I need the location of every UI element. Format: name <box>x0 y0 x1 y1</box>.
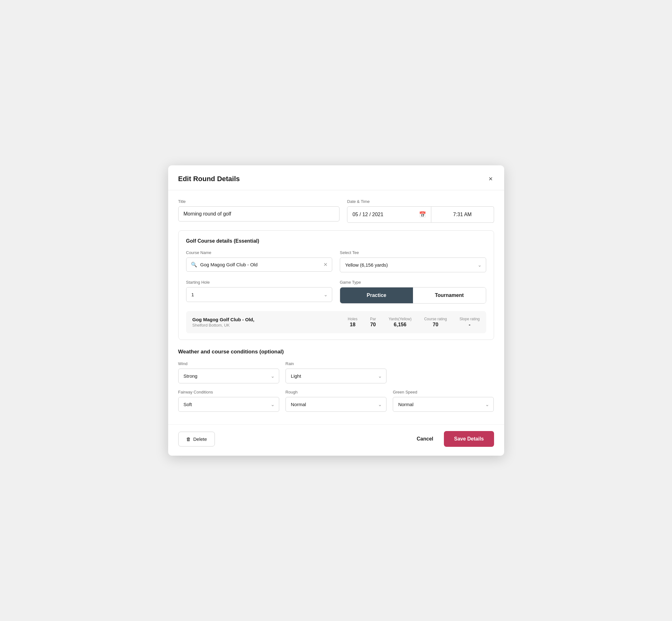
date-value: 05 / 12 / 2021 <box>352 212 383 217</box>
select-tee-label: Select Tee <box>340 250 486 255</box>
calendar-icon: 📅 <box>419 211 426 218</box>
green-speed-wrapper[interactable]: Slow Normal Fast ⌄ <box>393 397 494 412</box>
datetime-label: Date & Time <box>347 199 494 204</box>
rain-wrapper[interactable]: None Light Moderate Heavy ⌄ <box>286 369 386 383</box>
rough-label: Rough <box>286 390 386 395</box>
search-icon: 🔍 <box>191 261 197 267</box>
course-search-field[interactable]: 🔍 ✕ <box>186 257 333 272</box>
delete-label: Delete <box>194 437 207 442</box>
wind-dropdown[interactable]: None Light Moderate Strong Very Strong <box>178 369 279 383</box>
rough-wrapper[interactable]: Soft Normal Hard ⌄ <box>286 397 386 412</box>
starting-hole-label: Starting Hole <box>186 280 333 285</box>
course-name-label: Course Name <box>186 250 333 255</box>
green-speed-label: Green Speed <box>393 390 494 395</box>
fairway-group: Fairway Conditions Soft Normal Hard ⌄ <box>178 390 279 412</box>
select-tee-group: Select Tee Yellow (6,156 yards) ⌄ <box>340 250 486 272</box>
close-button[interactable]: × <box>488 174 494 184</box>
yards-label: Yards(Yellow) <box>389 317 412 321</box>
rain-dropdown[interactable]: None Light Moderate Heavy <box>286 369 386 383</box>
course-rating-stat: Course rating 70 <box>424 317 447 328</box>
datetime-group: Date & Time 05 / 12 / 2021 📅 7:31 AM <box>347 199 494 223</box>
select-tee-dropdown[interactable]: Yellow (6,156 yards) <box>340 257 486 272</box>
title-label: Title <box>178 199 340 204</box>
title-datetime-row: Title Date & Time 05 / 12 / 2021 📅 7:31 … <box>178 199 494 223</box>
starting-hole-dropdown[interactable]: 123 <box>186 287 333 302</box>
par-value: 70 <box>370 322 376 328</box>
game-type-group: Game Type Practice Tournament <box>340 280 486 303</box>
golf-course-section: Golf Course details (Essential) Course N… <box>178 230 494 340</box>
slope-rating-value: - <box>469 322 470 328</box>
save-button[interactable]: Save Details <box>444 431 494 447</box>
hole-gametype-row: Starting Hole 123 ⌄ Game Type Practice T… <box>186 280 486 303</box>
slope-rating-label: Slope rating <box>459 317 479 321</box>
holes-label: Holes <box>348 317 358 321</box>
modal-title: Edit Round Details <box>178 175 240 183</box>
modal-body: Title Date & Time 05 / 12 / 2021 📅 7:31 … <box>168 190 504 424</box>
course-location: Shelford Bottom, UK <box>193 323 335 328</box>
tournament-button[interactable]: Tournament <box>413 287 486 303</box>
game-type-label: Game Type <box>340 280 486 285</box>
modal-header: Edit Round Details × <box>168 165 504 190</box>
clear-icon[interactable]: ✕ <box>323 261 328 267</box>
delete-button[interactable]: 🗑 Delete <box>178 432 215 447</box>
time-field[interactable]: 7:31 AM <box>431 206 494 223</box>
cancel-button[interactable]: Cancel <box>414 432 436 446</box>
yards-stat: Yards(Yellow) 6,156 <box>389 317 412 328</box>
practice-button[interactable]: Practice <box>340 287 413 303</box>
rough-group: Rough Soft Normal Hard ⌄ <box>286 390 386 412</box>
select-tee-wrapper[interactable]: Yellow (6,156 yards) ⌄ <box>340 257 486 272</box>
rain-group: Rain None Light Moderate Heavy ⌄ <box>286 361 386 383</box>
fairway-label: Fairway Conditions <box>178 390 279 395</box>
course-name-group: Course Name 🔍 ✕ <box>186 250 333 272</box>
yards-value: 6,156 <box>394 322 406 328</box>
starting-hole-wrapper[interactable]: 123 ⌄ <box>186 287 333 302</box>
course-full-name: Gog Magog Golf Club - Old, <box>193 317 335 322</box>
fairway-rough-green-row: Fairway Conditions Soft Normal Hard ⌄ Ro… <box>178 390 494 412</box>
holes-stat: Holes 18 <box>348 317 358 328</box>
fairway-wrapper[interactable]: Soft Normal Hard ⌄ <box>178 397 279 412</box>
green-speed-dropdown[interactable]: Slow Normal Fast <box>393 397 494 412</box>
green-speed-group: Green Speed Slow Normal Fast ⌄ <box>393 390 494 412</box>
game-type-toggle: Practice Tournament <box>340 287 486 303</box>
wind-label: Wind <box>178 361 279 366</box>
course-rating-value: 70 <box>433 322 438 328</box>
slope-rating-stat: Slope rating - <box>459 317 479 328</box>
footer-right: Cancel Save Details <box>414 431 494 447</box>
course-info-row: Gog Magog Golf Club - Old, Shelford Bott… <box>186 311 486 333</box>
modal-footer: 🗑 Delete Cancel Save Details <box>168 424 504 456</box>
par-stat: Par 70 <box>370 317 376 328</box>
starting-hole-group: Starting Hole 123 ⌄ <box>186 280 333 303</box>
wind-rain-row: Wind None Light Moderate Strong Very Str… <box>178 361 494 383</box>
weather-title: Weather and course conditions (optional) <box>178 349 494 355</box>
wind-group: Wind None Light Moderate Strong Very Str… <box>178 361 279 383</box>
trash-icon: 🗑 <box>186 437 191 442</box>
title-group: Title <box>178 199 340 223</box>
weather-section: Weather and course conditions (optional)… <box>178 349 494 412</box>
course-info-name: Gog Magog Golf Club - Old, Shelford Bott… <box>193 317 335 328</box>
edit-round-modal: Edit Round Details × Title Date & Time 0… <box>168 165 504 456</box>
title-input[interactable] <box>178 206 340 221</box>
wind-wrapper[interactable]: None Light Moderate Strong Very Strong ⌄ <box>178 369 279 383</box>
par-label: Par <box>370 317 376 321</box>
course-rating-label: Course rating <box>424 317 447 321</box>
rough-dropdown[interactable]: Soft Normal Hard <box>286 397 386 412</box>
time-value: 7:31 AM <box>453 212 472 217</box>
holes-value: 18 <box>350 322 355 328</box>
fairway-dropdown[interactable]: Soft Normal Hard <box>178 397 279 412</box>
rain-label: Rain <box>286 361 386 366</box>
course-tee-row: Course Name 🔍 ✕ Select Tee Yellow (6,156… <box>186 250 486 272</box>
date-time-container: 05 / 12 / 2021 📅 7:31 AM <box>347 206 494 223</box>
course-name-input[interactable] <box>200 262 321 267</box>
date-field[interactable]: 05 / 12 / 2021 📅 <box>347 206 431 223</box>
golf-course-title: Golf Course details (Essential) <box>186 238 486 244</box>
